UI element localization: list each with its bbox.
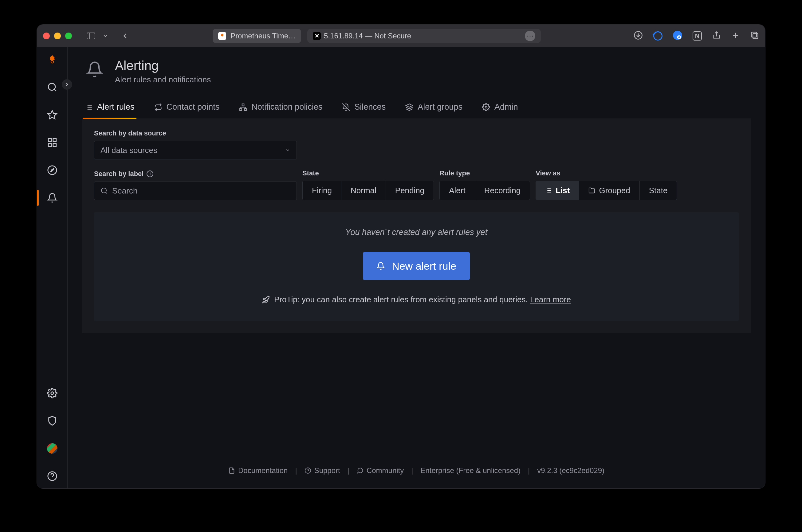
svg-marker-37 [406, 104, 413, 107]
rule-type-alert-button[interactable]: Alert [440, 181, 474, 200]
svg-text:A: A [678, 36, 680, 39]
adblock-icon[interactable] [653, 31, 663, 41]
tab-label: Silences [354, 102, 386, 112]
rule-type-toggle-group: Alert Recording [440, 181, 530, 200]
svg-point-39 [101, 188, 106, 193]
data-source-label: Search by data source [94, 129, 739, 137]
configuration-nav-button[interactable] [45, 386, 59, 400]
tab-overview-button[interactable] [750, 31, 759, 41]
svg-line-36 [342, 103, 350, 111]
starred-nav-button[interactable] [45, 108, 59, 122]
sidebar-toggle-button[interactable] [87, 33, 95, 39]
empty-state-panel: You haven`t created any alert rules yet … [94, 212, 739, 321]
chevron-down-icon [285, 148, 291, 153]
window-close-button[interactable] [43, 33, 50, 39]
tab-bar: Alert rules Contact points Notification … [82, 102, 751, 119]
extension-icon[interactable]: A [673, 31, 682, 41]
svg-rect-16 [53, 144, 56, 147]
rule-type-recording-button[interactable]: Recording [475, 181, 530, 200]
tab-label: Notification policies [251, 102, 322, 112]
learn-more-link[interactable]: Learn more [530, 295, 571, 304]
footer-support-link[interactable]: Support [304, 466, 340, 475]
page-title: Alerting [115, 58, 211, 73]
tab-label: Alert rules [97, 102, 135, 112]
svg-rect-8 [753, 34, 758, 38]
user-avatar-button[interactable] [45, 442, 59, 455]
svg-point-11 [48, 83, 55, 90]
footer-enterprise-text: Enterprise (Free & unlicensed) [421, 466, 521, 475]
alerting-nav-button[interactable] [45, 191, 59, 205]
help-nav-button[interactable] [45, 469, 59, 483]
svg-point-38 [485, 106, 487, 108]
state-firing-button[interactable]: Firing [303, 181, 341, 200]
window-minimize-button[interactable] [54, 33, 61, 39]
svg-rect-9 [752, 32, 757, 37]
tab-alert-groups[interactable]: Alert groups [404, 102, 464, 118]
grafana-logo-icon[interactable] [45, 53, 59, 66]
view-as-label: View as [536, 169, 677, 177]
site-insecure-icon: ✕ [313, 32, 321, 40]
search-nav-button[interactable] [45, 80, 59, 94]
browser-tab-active[interactable]: Prometheus Time… [213, 29, 301, 43]
footer-community-link[interactable]: Community [357, 466, 404, 475]
tab-label: Admin [495, 102, 518, 112]
footer-documentation-link[interactable]: Documentation [228, 466, 287, 475]
state-normal-button[interactable]: Normal [341, 181, 386, 200]
search-input[interactable]: Search [94, 182, 297, 200]
browser-window: Prometheus Time… ✕ 5.161.89.14 — Not Sec… [37, 24, 765, 488]
data-source-select[interactable]: All data sources [94, 141, 297, 159]
separator: | [295, 466, 297, 475]
empty-message: You haven`t created any alert rules yet [346, 228, 487, 237]
expand-sidebar-button[interactable] [62, 79, 72, 90]
separator: | [348, 466, 349, 475]
rocket-icon [262, 296, 270, 304]
tab-silences[interactable]: Silences [341, 102, 387, 118]
chat-icon [357, 467, 363, 474]
dashboards-nav-button[interactable] [45, 136, 59, 149]
notion-extension-icon[interactable]: N [693, 31, 702, 41]
search-icon [100, 187, 108, 194]
titlebar: Prometheus Time… ✕ 5.161.89.14 — Not Sec… [37, 24, 765, 47]
svg-point-20 [51, 392, 54, 395]
list-icon [545, 187, 552, 194]
separator: | [528, 466, 530, 475]
state-pending-button[interactable]: Pending [386, 181, 433, 200]
bell-icon [376, 262, 385, 270]
view-list-button[interactable]: List [536, 181, 579, 200]
tab-alert-rules[interactable]: Alert rules [83, 102, 136, 118]
address-bar[interactable]: ✕ 5.161.89.14 — Not Secure ⋯ [307, 29, 541, 43]
browser-tab-label: Prometheus Time… [230, 32, 296, 40]
page-actions-button[interactable]: ⋯ [525, 31, 535, 41]
svg-marker-13 [48, 111, 56, 119]
view-grouped-button[interactable]: Grouped [579, 181, 639, 200]
tab-label: Alert groups [417, 102, 463, 112]
document-icon [228, 467, 235, 474]
tab-contact-points[interactable]: Contact points [153, 102, 221, 118]
tab-admin[interactable]: Admin [481, 102, 519, 118]
new-tab-button[interactable] [731, 31, 740, 41]
downloads-button[interactable] [634, 31, 643, 41]
server-admin-nav-button[interactable] [45, 414, 59, 428]
page-subtitle: Alert rules and notifications [115, 75, 211, 84]
separator: | [411, 466, 413, 475]
question-icon [304, 467, 311, 474]
window-maximize-button[interactable] [65, 33, 72, 39]
new-alert-rule-button[interactable]: New alert rule [363, 252, 470, 280]
app-body: Alerting Alert rules and notifications A… [37, 47, 765, 488]
svg-rect-14 [48, 138, 51, 141]
info-icon[interactable]: i [147, 170, 153, 177]
tab-dropdown-button[interactable] [102, 33, 108, 39]
view-as-toggle-group: List Grouped State [536, 181, 677, 200]
svg-line-12 [54, 89, 56, 91]
search-placeholder: Search [112, 186, 137, 196]
new-alert-rule-label: New alert rule [392, 260, 456, 272]
share-button[interactable] [712, 31, 721, 41]
nav-back-button[interactable] [121, 32, 129, 40]
state-toggle-group: Firing Normal Pending [302, 181, 434, 200]
svg-marker-19 [50, 168, 54, 172]
tab-notification-policies[interactable]: Notification policies [238, 102, 323, 118]
tab-label: Contact points [167, 102, 220, 112]
svg-point-18 [48, 166, 56, 174]
view-state-button[interactable]: State [639, 181, 677, 200]
explore-nav-button[interactable] [45, 164, 59, 177]
